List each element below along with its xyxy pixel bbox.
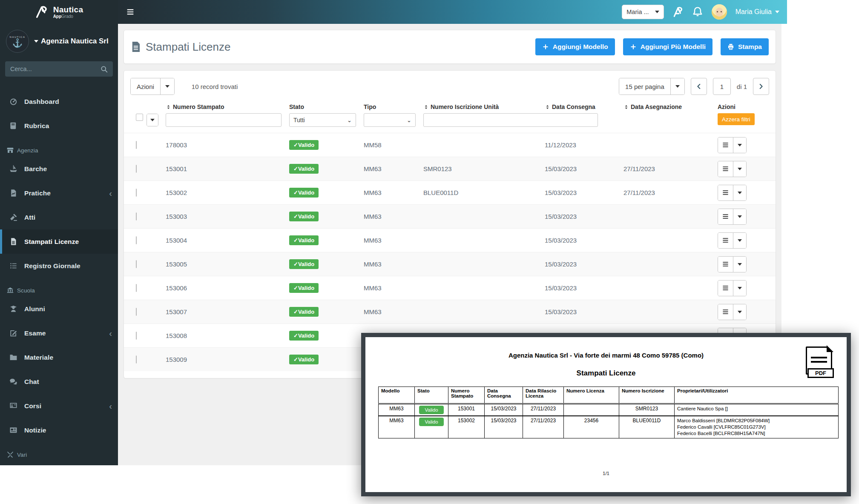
next-page-button[interactable] xyxy=(753,78,769,95)
row-menu-button[interactable] xyxy=(718,257,733,272)
add-multiple-models-button[interactable]: Aggiungi Più Modelli xyxy=(623,38,712,55)
cell-tipo: MM63 xyxy=(360,237,420,244)
cell-tipo: MM63 xyxy=(360,261,420,268)
sidebar-item[interactable]: Scadenze xyxy=(0,461,118,465)
row-actions-split-button xyxy=(718,209,747,225)
actions-caret-button[interactable] xyxy=(160,78,174,94)
sidebar-item[interactable]: Materiale xyxy=(0,345,118,369)
cell-data-consegna: 11/12/2023 xyxy=(541,141,620,149)
row-caret-button[interactable] xyxy=(733,161,746,177)
filter-numero-iscrizione-input[interactable] xyxy=(423,113,598,127)
table-row: 153003 Valido MM63 15/03/2023 xyxy=(124,204,776,228)
clear-filters-button[interactable]: Azzera filtri xyxy=(718,113,755,125)
row-checkbox[interactable] xyxy=(136,332,137,340)
row-actions-split-button xyxy=(718,137,747,153)
status-badge: Valido xyxy=(289,259,319,269)
sidebar-item[interactable]: Registro Giornale xyxy=(0,254,118,278)
row-checkbox[interactable] xyxy=(136,165,137,173)
user-menu[interactable]: Maria Giulia xyxy=(735,8,779,16)
agency-avatar[interactable]: NAUTICA ⚓ xyxy=(6,30,29,53)
table-row: 153006 Valido MM63 15/03/2023 xyxy=(124,276,776,300)
cell-data-consegna: 15/03/2023 xyxy=(541,308,620,315)
row-checkbox[interactable] xyxy=(136,355,137,364)
pdf-table-row: MM63 Valido 153002 15/03/2023 27/11/2023… xyxy=(379,416,839,438)
row-caret-button[interactable] xyxy=(733,304,746,320)
filter-numero-stampato-input[interactable] xyxy=(166,113,282,127)
sidebar-item[interactable]: Esame xyxy=(0,321,118,345)
status-badge: Valido xyxy=(289,283,319,293)
cell-numero-stampato: 153009 xyxy=(162,356,286,363)
selection-menu-button[interactable] xyxy=(147,114,158,126)
row-checkbox[interactable] xyxy=(136,308,137,316)
row-checkbox[interactable] xyxy=(136,141,137,149)
sidebar-item[interactable]: Pratiche xyxy=(0,181,118,205)
select-all-checkbox[interactable] xyxy=(136,114,143,121)
cell-tipo: MM63 xyxy=(360,213,420,220)
pdf-status-badge: Valido xyxy=(419,406,443,414)
row-checkbox[interactable] xyxy=(136,189,137,197)
row-caret-button[interactable] xyxy=(733,257,746,272)
filter-tipo-select[interactable]: ⌄ xyxy=(364,113,416,127)
print-button[interactable]: Stampa xyxy=(721,38,769,55)
caret-down-icon xyxy=(738,287,742,289)
search-icon[interactable] xyxy=(101,66,108,73)
add-model-button[interactable]: Aggiungi Modello xyxy=(535,38,615,55)
sidebar-item[interactable]: Atti xyxy=(0,205,118,229)
user-avatar[interactable] xyxy=(712,4,727,20)
boat-icon xyxy=(9,165,17,173)
pdf-letterhead: Agenzia Nautica Srl - Via forte dei marm… xyxy=(365,352,847,359)
caret-down-icon xyxy=(738,215,742,218)
list-icon xyxy=(9,262,17,270)
row-menu-button[interactable] xyxy=(718,137,733,153)
book-icon xyxy=(9,122,17,130)
row-caret-button[interactable] xyxy=(733,233,746,248)
row-menu-button[interactable] xyxy=(718,209,733,224)
search-input[interactable] xyxy=(10,66,101,72)
chat-icon xyxy=(9,378,17,386)
column-numero-stampato[interactable]: Numero Stampato xyxy=(166,103,282,110)
column-data-asegnazione[interactable]: Data Asegnazione xyxy=(623,103,707,110)
sidebar-item[interactable]: Rubrica xyxy=(0,114,118,138)
cell-tipo: MM63 xyxy=(360,165,420,172)
actions-button[interactable]: Azioni xyxy=(131,78,160,94)
row-checkbox[interactable] xyxy=(136,284,137,292)
appgrado-icon[interactable] xyxy=(672,6,684,17)
sidebar-item[interactable]: Alunni xyxy=(0,297,118,321)
row-menu-button[interactable] xyxy=(718,304,733,320)
page-number-input[interactable] xyxy=(713,78,731,95)
context-select[interactable]: Maria ... xyxy=(622,5,664,19)
sort-icon xyxy=(623,104,629,110)
row-checkbox[interactable] xyxy=(136,212,137,220)
column-data-consegna[interactable]: Data Consegna xyxy=(545,103,616,110)
hamburger-menu-icon[interactable] xyxy=(126,8,135,16)
sidebar-item[interactable]: Notizie xyxy=(0,418,118,442)
sidebar-item[interactable]: Stampati Licenze xyxy=(0,229,118,254)
row-caret-button[interactable] xyxy=(733,281,746,296)
app-logo[interactable]: Nautica AppGrado xyxy=(0,0,118,24)
sidebar-item[interactable]: Corsi xyxy=(0,394,118,418)
row-menu-button[interactable] xyxy=(718,233,733,248)
row-menu-button[interactable] xyxy=(718,281,733,296)
plus-icon xyxy=(542,43,549,50)
row-menu-button[interactable] xyxy=(718,161,733,177)
row-checkbox[interactable] xyxy=(136,260,137,268)
sidebar-item[interactable]: Dashboard xyxy=(0,89,118,114)
prev-page-button[interactable] xyxy=(691,78,707,95)
notifications-bell-icon[interactable] xyxy=(692,6,703,17)
column-numero-iscrizione[interactable]: Numero Iscrizione Unità xyxy=(423,103,537,110)
sidebar-item[interactable]: Chat xyxy=(0,369,118,394)
sidebar-item[interactable]: Barche xyxy=(0,157,118,181)
row-caret-button[interactable] xyxy=(733,185,746,200)
cell-data-consegna: 15/03/2023 xyxy=(541,237,620,244)
agency-name[interactable]: Agenzia Nautica Srl xyxy=(34,37,109,46)
table-row: 178003 Valido MM58 11/12/2023 xyxy=(124,133,776,157)
row-caret-button[interactable] xyxy=(733,137,746,153)
row-menu-button[interactable] xyxy=(718,185,733,200)
per-page-caret-button[interactable] xyxy=(670,78,684,94)
row-caret-button[interactable] xyxy=(733,209,746,224)
row-checkbox[interactable] xyxy=(136,236,137,244)
brand-subtitle: AppGrado xyxy=(53,14,83,19)
table-row: 153004 Valido MM63 15/03/2023 xyxy=(124,228,776,252)
filter-stato-select[interactable]: Tutti⌄ xyxy=(289,113,356,127)
per-page-value[interactable]: 15 per pagina xyxy=(619,78,670,94)
